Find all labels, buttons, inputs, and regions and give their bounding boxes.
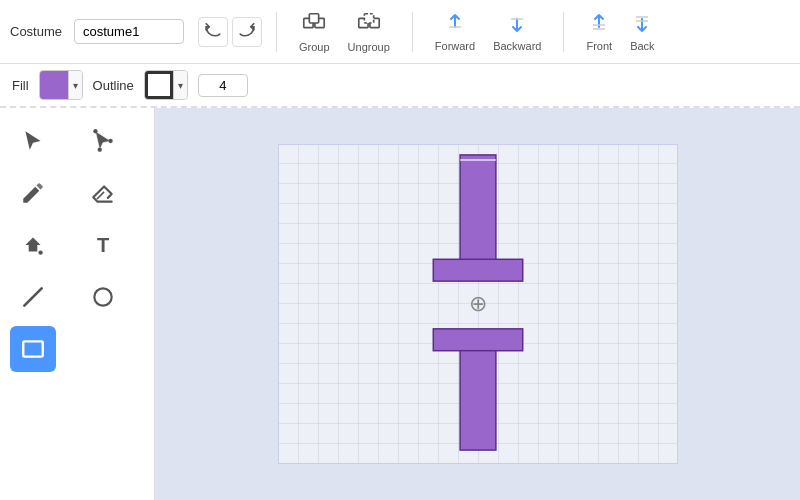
back-label: Back [630,40,654,52]
tool-circle[interactable] [80,274,126,320]
group-icon [301,10,327,39]
fill-color-swatch [40,71,68,99]
back-button[interactable]: Back [622,7,662,56]
forward-icon [443,11,467,38]
svg-point-12 [94,288,111,305]
forward-button[interactable]: Forward [427,7,483,56]
fill-color-picker[interactable]: ▾ [39,70,83,100]
backward-icon [505,11,529,38]
tool-rectangle[interactable] [10,326,56,372]
backward-button[interactable]: Backward [485,7,549,56]
svg-point-10 [38,250,42,254]
group-label: Group [299,41,330,53]
tool-pencil[interactable] [10,170,56,216]
canvas-svg [279,145,677,463]
fill-row: Fill ▾ Outline ▾ [0,64,800,108]
tool-fill-bucket[interactable] [10,222,56,268]
fill-dropdown-arrow[interactable]: ▾ [68,71,82,99]
app-container: Costume Group Ungroup [0,0,800,500]
divider-3 [563,12,564,52]
svg-rect-17 [460,351,496,450]
divider-2 [412,12,413,52]
costume-name-input[interactable] [74,19,184,44]
tool-reshape[interactable] [80,118,126,164]
svg-point-6 [93,129,97,133]
costume-label: Costume [10,24,62,39]
redo-button[interactable] [232,17,262,47]
svg-rect-13 [23,341,43,356]
front-label: Front [586,40,612,52]
svg-rect-5 [364,14,373,23]
group-button[interactable]: Group [291,6,338,57]
tool-line[interactable] [10,274,56,320]
order-pair: Forward Backward [427,7,550,56]
outline-color-picker[interactable]: ▾ [144,70,188,100]
backward-label: Backward [493,40,541,52]
top-toolbar: Costume Group Ungroup [0,0,800,64]
outline-dropdown-arrow[interactable]: ▾ [173,71,187,99]
forward-label: Forward [435,40,475,52]
outline-label: Outline [93,78,134,93]
svg-rect-14 [460,155,496,264]
back-icon [630,11,654,38]
tool-eraser[interactable] [80,170,126,216]
svg-point-8 [98,148,102,152]
undo-redo-group [198,17,262,47]
ungroup-button[interactable]: Ungroup [340,6,398,57]
divider-1 [276,12,277,52]
outline-color-swatch [145,71,173,99]
toolbox: T [0,108,155,500]
svg-line-11 [24,288,41,305]
svg-point-7 [108,139,112,143]
fill-label: Fill [12,78,29,93]
front-back-pair: Front Back [578,7,662,56]
outline-size-input[interactable] [198,74,248,97]
canvas-inner: ⊕ [278,144,678,464]
ungroup-label: Ungroup [348,41,390,53]
svg-rect-15 [433,259,522,281]
tool-select[interactable] [10,118,56,164]
front-icon [587,11,611,38]
ungroup-icon [356,10,382,39]
group-ungroup-pair: Group Ungroup [291,6,398,57]
svg-rect-9 [29,245,38,252]
canvas-area[interactable]: ⊕ [155,108,800,500]
tool-text[interactable]: T [80,222,126,268]
front-button[interactable]: Front [578,7,620,56]
undo-button[interactable] [198,17,228,47]
main-content: T [0,108,800,500]
svg-rect-16 [433,329,522,351]
text-icon: T [97,234,109,257]
svg-rect-2 [310,14,319,23]
